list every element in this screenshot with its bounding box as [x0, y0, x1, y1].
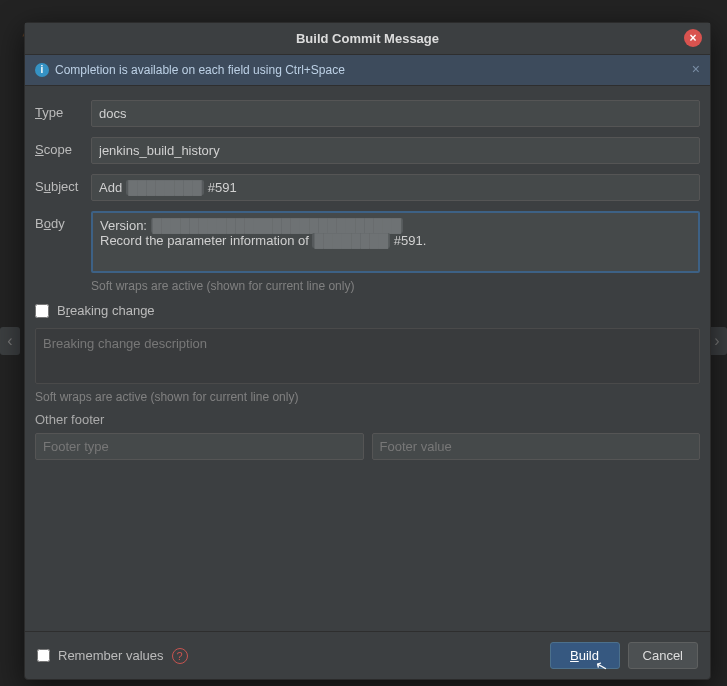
info-icon: i: [35, 63, 49, 77]
body-line2-prefix: Record the parameter information of: [100, 233, 312, 248]
subject-text-suffix: #591: [208, 180, 237, 195]
info-banner-close-icon[interactable]: ×: [692, 61, 700, 77]
scope-label: Scope: [35, 137, 91, 157]
body-soft-wrap-hint: Soft wraps are active (shown for current…: [91, 279, 700, 293]
dialog-content: Type Scope Subject Add ████████ #591 Bo: [25, 86, 710, 631]
body-line1-prefix: Version:: [100, 218, 151, 233]
build-button-rest: uild: [579, 648, 599, 663]
breaking-soft-wrap-hint: Soft wraps are active (shown for current…: [35, 390, 700, 404]
build-button[interactable]: Build: [550, 642, 620, 669]
body-input[interactable]: Version: ███████████████████████████ Rec…: [91, 211, 700, 273]
subject-input[interactable]: Add ████████ #591: [91, 174, 700, 201]
dialog-title: Build Commit Message: [296, 31, 439, 46]
type-label: Type: [35, 100, 91, 120]
carousel-prev-button[interactable]: ‹: [0, 327, 20, 355]
body-line2-suffix: #591.: [394, 233, 427, 248]
cancel-button[interactable]: Cancel: [628, 642, 698, 669]
body-line1-obscured: ███████████████████████████: [151, 218, 404, 233]
breaking-change-label: Breaking change: [57, 303, 155, 318]
footer-pair-row: [35, 433, 700, 460]
remember-values-checkbox[interactable]: [37, 649, 50, 662]
info-banner: i Completion is available on each field …: [25, 55, 710, 86]
breaking-change-description-input[interactable]: Breaking change description: [35, 328, 700, 384]
info-banner-text: Completion is available on each field us…: [55, 63, 345, 77]
breaking-change-checkbox[interactable]: [35, 304, 49, 318]
dialog-footer: Remember values ? Build Cancel: [25, 631, 710, 679]
body-label: Body: [35, 211, 91, 231]
body-line2-obscured: ████████: [312, 233, 390, 248]
subject-text-obscured: ████████: [126, 180, 204, 195]
footer-type-input[interactable]: [35, 433, 364, 460]
type-input[interactable]: [91, 100, 700, 127]
close-icon[interactable]: ×: [684, 29, 702, 47]
scope-input[interactable]: [91, 137, 700, 164]
dialog-titlebar: Build Commit Message ×: [25, 23, 710, 55]
subject-text-prefix: Add: [99, 180, 122, 195]
remember-values-label: Remember values: [58, 648, 164, 663]
other-footer-label: Other footer: [35, 412, 700, 427]
help-icon[interactable]: ?: [172, 648, 188, 664]
build-commit-message-dialog: Build Commit Message × i Completion is a…: [24, 22, 711, 680]
breaking-change-checkbox-row[interactable]: Breaking change: [35, 303, 700, 318]
subject-label: Subject: [35, 174, 91, 194]
footer-value-input[interactable]: [372, 433, 701, 460]
